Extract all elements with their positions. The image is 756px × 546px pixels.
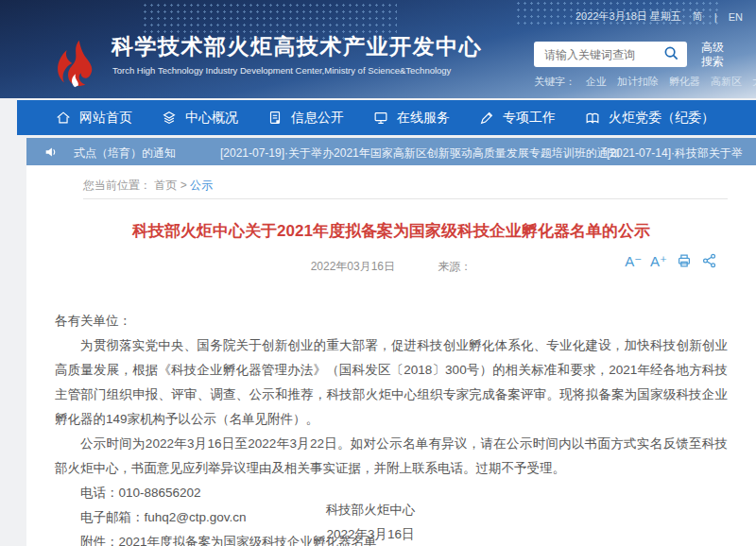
nav-item-home[interactable]: 网站首页 [55,110,132,127]
nav-label: 火炬党委（纪委） [609,110,714,127]
lang-simplified-link[interactable]: 简 [693,9,703,24]
paragraph: 为贯彻落实党中央、国务院关于创新创业的重大部署，促进科技创业孵化体系化、专业化建… [55,333,728,432]
breadcrumb-home-link[interactable]: 首页 [154,179,177,192]
nav-label: 信息公开 [291,110,344,127]
site-subtitle: Torch High Technology Industry Developme… [112,65,451,76]
keyword-link[interactable]: 高新区 [711,75,742,89]
article-date: 2022年03月16日 [311,260,395,273]
nav-item-info[interactable]: 信息公开 [266,110,344,127]
current-date: 2022年3月18日 星期五 [576,9,681,24]
main-nav: 网站首页 中心概况 信息公开 在线服务 [17,100,756,135]
article-title: 科技部火炬中心关于2021年度拟备案为国家级科技企业孵化器名单的公示 [45,220,737,242]
topbar-divider: | [714,11,717,23]
signature-org: 科技部火炬中心 [26,498,714,522]
breadcrumb-current-link[interactable]: 公示 [190,179,213,192]
article-tools: A⁻ A⁺ [625,252,718,269]
font-decrease-button[interactable]: A⁻ [625,254,642,268]
nav-label: 专项工作 [503,110,556,127]
ticker-item[interactable]: [2021-07-19]·关于举办2021年国家高新区创新驱动高质量发展专题培训… [220,145,620,162]
home-icon [55,110,72,127]
ticker-item[interactable]: 式点（培育）的通知 [74,145,176,162]
nav-item-about[interactable]: 中心概况 [161,110,238,127]
signature-block: 科技部火炬中心 2022年3月16日 [26,498,714,546]
pen-icon [478,110,495,127]
advanced-search-link[interactable]: 高级搜索 [699,41,726,69]
book-icon [584,110,601,127]
ticker-item[interactable]: [2021-07-14]·科技部关于举 [607,145,743,162]
site-header: 2022年3月18日 星期五 简 | EN 科学技术部火炬高技术产业开发中心 T… [0,0,756,98]
search-button[interactable] [661,44,681,65]
keyword-link[interactable]: 孵化器 [669,75,700,89]
breadcrumb-divider [83,198,728,199]
nav-item-services[interactable]: 在线服务 [372,110,450,127]
salutation: 各有关单位： [55,309,728,333]
news-ticker: 式点（培育）的通知 [2021-07-19]·关于举办2021年国家高新区创新驱… [26,138,756,165]
search-box [534,42,687,67]
layers-icon [161,110,178,127]
breadcrumb-separator: > [180,179,187,192]
print-icon[interactable] [676,252,693,269]
keyword-link[interactable]: 加计扣除 [617,75,659,89]
site-title: 科学技术部火炬高技术产业开发中心 [112,32,482,61]
keyword-link[interactable]: 企业 [586,75,607,89]
nav-label: 中心概况 [185,110,238,127]
content-panel: 您当前位置： 首页 > 公示 科技部火炬中心关于2021年度拟备案为国家级科技企… [26,165,756,546]
search-icon [663,45,679,64]
lang-english-link[interactable]: EN [729,11,743,23]
topbar: 2022年3月18日 星期五 简 | EN [576,9,743,24]
font-increase-button[interactable]: A⁺ [650,254,667,268]
breadcrumb-label: 您当前位置： [83,179,151,192]
page: 2022年3月18日 星期五 简 | EN 科学技术部火炬高技术产业开发中心 T… [0,0,756,546]
paragraph: 公示时间为2022年3月16日至2022年3月22日。如对公示名单有异议，请在公… [55,432,728,481]
nav-label: 网站首页 [79,110,132,127]
search-input[interactable] [542,47,661,62]
share-icon[interactable] [701,252,718,269]
hot-keywords: 关键字： 企业 加计扣除 孵化器 高新区 大赛 [534,75,756,89]
nav-label: 在线服务 [397,110,450,127]
nav-item-special[interactable]: 专项工作 [478,110,556,127]
nav-item-party[interactable]: 火炬党委（纪委） [584,110,714,127]
torch-logo-icon[interactable] [49,38,102,91]
breadcrumb: 您当前位置： 首页 > 公示 [83,178,213,194]
monitor-icon [372,110,389,127]
document-icon [266,110,284,127]
keyword-link[interactable]: 大赛 [752,75,756,89]
speaker-icon [43,145,59,163]
keywords-label: 关键字： [534,75,576,89]
article-source-label: 来源： [438,260,472,273]
signature-date: 2022年3月16日 [26,522,714,546]
